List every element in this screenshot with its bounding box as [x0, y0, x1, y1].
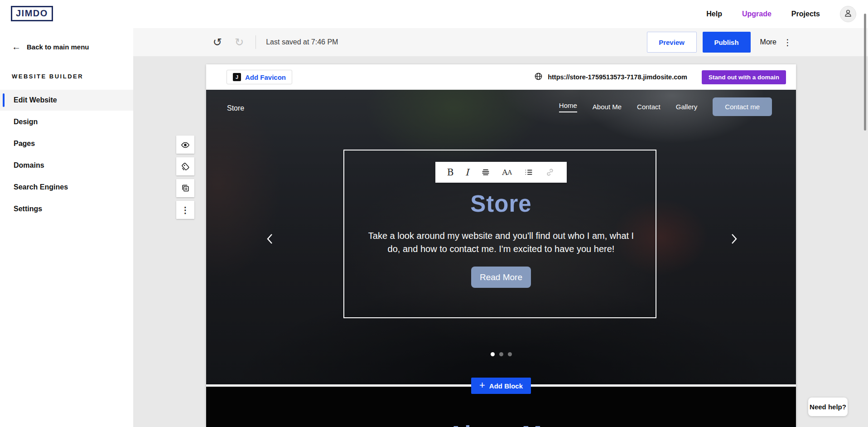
add-favicon-button[interactable]: J Add Favicon — [227, 70, 292, 84]
carousel-dot-3[interactable] — [508, 352, 512, 356]
font-style-icon[interactable]: AA — [502, 168, 512, 177]
last-saved-status: Last saved at 7:46 PM — [266, 38, 338, 46]
sidebar: ← Back to main menu WEBSITE BUILDER Edit… — [0, 28, 133, 427]
italic-icon[interactable]: I — [465, 167, 469, 178]
redo-icon[interactable]: ↻ — [235, 36, 244, 49]
eye-icon — [180, 140, 190, 150]
more-button[interactable]: More — [760, 38, 776, 46]
sidebar-item-design[interactable]: Design — [0, 112, 133, 132]
app-header: JIMDO Help Upgrade Projects — [0, 0, 868, 28]
site-nav-contact[interactable]: Contact — [637, 103, 661, 111]
site-url[interactable]: https://store-1759513573-7178.jimdosite.… — [548, 73, 687, 81]
site-nav-home[interactable]: Home — [559, 102, 577, 112]
block-more-button[interactable]: ⋮ — [176, 201, 194, 219]
carousel-dots — [206, 352, 796, 356]
need-help-button[interactable]: Need help? — [808, 398, 848, 416]
back-arrow-icon: ← — [12, 42, 21, 52]
block-tools: ⋮ — [176, 136, 194, 219]
sidebar-item-edit-website[interactable]: Edit Website — [0, 90, 133, 111]
carousel-dot-2[interactable] — [499, 352, 503, 356]
jimdo-logo[interactable]: JIMDO — [11, 6, 53, 21]
read-more-button[interactable]: Read More — [471, 267, 531, 288]
back-label: Back to main menu — [27, 43, 89, 51]
sidebar-item-domains[interactable]: Domains — [0, 155, 133, 176]
preview-topbar: J Add Favicon https://store-1759513573-7… — [206, 64, 796, 90]
contact-me-button[interactable]: Contact me — [713, 97, 772, 116]
sidebar-item-pages[interactable]: Pages — [0, 133, 133, 154]
text-format-toolbar: B I AA — [435, 162, 567, 183]
vertical-dots-icon: ⋮ — [181, 205, 190, 215]
domain-upsell-button[interactable]: Stand out with a domain — [702, 70, 786, 84]
site-url-group: https://store-1759513573-7178.jimdosite.… — [534, 64, 687, 90]
site-preview: J Add Favicon https://store-1759513573-7… — [206, 64, 796, 427]
style-swatch-icon — [180, 161, 190, 171]
more-dots-icon[interactable]: ⋮ — [783, 37, 792, 48]
globe-icon — [534, 72, 543, 82]
toolbar-left: ↺ ↻ Last saved at 7:46 PM — [213, 28, 338, 56]
carousel-next-icon[interactable] — [726, 231, 742, 247]
site-nav-gallery[interactable]: Gallery — [676, 103, 698, 111]
toolbar-right: Preview Publish More ⋮ — [647, 32, 792, 53]
hero-title[interactable]: Store — [206, 190, 796, 217]
bullet-list-icon[interactable] — [524, 167, 534, 177]
copy-icon — [180, 183, 190, 193]
upgrade-link[interactable]: Upgrade — [742, 10, 772, 18]
publish-button[interactable]: Publish — [703, 32, 751, 53]
bold-icon[interactable]: B — [447, 167, 454, 178]
sidebar-nav: Edit Website Design Pages Domains Search… — [0, 90, 133, 219]
sidebar-item-search-engines[interactable]: Search Engines — [0, 177, 133, 198]
site-logo-text[interactable]: Store — [227, 104, 244, 112]
header-links: Help Upgrade Projects — [706, 0, 856, 28]
add-block-button[interactable]: + Add Block — [471, 378, 531, 394]
duplicate-button[interactable] — [176, 179, 194, 197]
sidebar-section-title: WEBSITE BUILDER — [0, 52, 133, 80]
page-scrollbar[interactable] — [864, 14, 866, 131]
sidebar-item-settings[interactable]: Settings — [0, 199, 133, 219]
projects-link[interactable]: Projects — [791, 10, 820, 18]
visibility-button[interactable] — [176, 136, 194, 154]
toolbar-divider — [256, 35, 256, 49]
user-icon — [843, 8, 853, 20]
favicon-placeholder-icon: J — [233, 73, 241, 81]
plus-icon: + — [479, 379, 485, 391]
hero-block[interactable]: Store Home About Me Contact Gallery Cont… — [206, 90, 796, 384]
align-icon[interactable] — [481, 167, 491, 177]
help-link[interactable]: Help — [706, 10, 722, 18]
carousel-prev-icon[interactable] — [262, 231, 278, 247]
undo-icon[interactable]: ↺ — [213, 36, 222, 49]
site-navbar: Home About Me Contact Gallery Contact me — [559, 97, 772, 116]
carousel-dot-1[interactable] — [491, 352, 495, 356]
style-button[interactable] — [176, 157, 194, 175]
account-avatar[interactable] — [840, 6, 856, 22]
back-to-main-menu[interactable]: ← Back to main menu — [0, 28, 133, 52]
editor-toolbar: ↺ ↻ Last saved at 7:46 PM Preview Publis… — [133, 28, 868, 56]
preview-button[interactable]: Preview — [647, 32, 697, 53]
hero-paragraph[interactable]: Take a look around my website and you'll… — [365, 229, 637, 256]
site-nav-about-me[interactable]: About Me — [593, 103, 622, 111]
about-me-title: About Me — [206, 421, 796, 427]
link-icon[interactable] — [545, 167, 555, 177]
